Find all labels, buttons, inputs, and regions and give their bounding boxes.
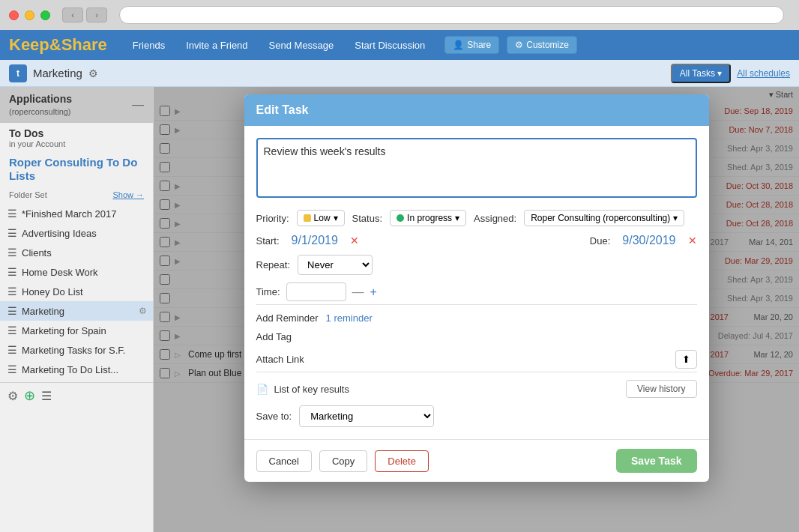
nav-links: Friends Invite a Friend Send Message Sta… xyxy=(122,30,435,60)
share-button[interactable]: 👤 Share xyxy=(444,36,499,54)
toolbar-left: t Marketing ⚙ xyxy=(9,64,671,82)
sidebar-item-clients[interactable]: ☰ Clients xyxy=(0,243,153,262)
nav-invite[interactable]: Invite a Friend xyxy=(175,30,258,60)
sidebar-item-marketing-for-spain[interactable]: ☰ Marketing for Spain xyxy=(0,321,153,340)
address-bar[interactable] xyxy=(119,6,784,24)
attach-link-label[interactable]: Attach Link xyxy=(256,354,304,365)
status-select[interactable]: In progress ▾ xyxy=(390,210,466,226)
sidebar-item-advertising-ideas[interactable]: ☰ Advertising Ideas xyxy=(0,223,153,243)
sidebar-item-marketing[interactable]: ☰ Marketing ⚙ xyxy=(0,301,153,321)
sidebar: Applications (roperconsulting) — To Dos … xyxy=(0,87,154,532)
sidebar-item-label: Marketing xyxy=(22,306,134,317)
sidebar-account-title: Roper Consulting To Do Lists xyxy=(9,156,144,183)
traffic-light-yellow[interactable] xyxy=(25,10,34,20)
add-reminder-label[interactable]: Add Reminder xyxy=(256,312,319,324)
all-schedules-link[interactable]: All schedules xyxy=(737,68,790,79)
nav-friends[interactable]: Friends xyxy=(122,30,175,60)
modal-footer: Cancel Copy Delete Save Task xyxy=(244,439,709,482)
sidebar-item-home-desk-work[interactable]: ☰ Home Desk Work xyxy=(0,262,153,282)
back-button[interactable]: ‹ xyxy=(62,7,83,22)
sidebar-item-gear-icon[interactable]: ⚙ xyxy=(139,306,147,316)
status-chevron-icon: ▾ xyxy=(455,213,459,223)
traffic-light-red[interactable] xyxy=(9,10,19,20)
browser-titlebar: ‹ › xyxy=(0,0,799,30)
start-date-clear-button[interactable]: ✕ xyxy=(350,235,359,247)
save-to-select[interactable]: Marketing xyxy=(299,405,434,427)
task-text-input[interactable]: Review this week's results xyxy=(256,138,697,198)
sidebar-item-marketing-to-do[interactable]: ☰ Marketing To Do List... xyxy=(0,360,153,379)
sidebar-item-marketing-tasks-sf[interactable]: ☰ Marketing Tasks for S.F. xyxy=(0,340,153,360)
sidebar-footer: ⚙ ⊕ ☰ xyxy=(0,382,153,408)
time-minus-button[interactable]: — xyxy=(352,285,364,299)
traffic-light-green[interactable] xyxy=(40,10,50,20)
view-history-button[interactable]: View history xyxy=(626,380,696,398)
start-date-value: 9/1/2019 xyxy=(292,234,338,247)
logo-ampersand: & xyxy=(49,35,61,54)
due-date-value: 9/30/2019 xyxy=(622,234,675,247)
sidebar-todos-title: To Dos xyxy=(9,127,144,139)
second-toolbar: t Marketing ⚙ All Tasks ▾ All schedules xyxy=(0,60,799,87)
copy-button[interactable]: Copy xyxy=(319,450,367,472)
assigned-value: Roper Consulting (roperconsulting) xyxy=(531,213,670,223)
time-input[interactable] xyxy=(286,282,346,301)
content-area: ▾ Start ▶ Due: Sep 18, 2019 ▶ Due: Nov 7… xyxy=(154,87,799,532)
time-row: Time: — + xyxy=(256,282,697,301)
customize-button[interactable]: ⚙ Customize xyxy=(507,36,577,54)
nav-start-discussion[interactable]: Start Discussion xyxy=(344,30,435,60)
priority-value: Low xyxy=(314,213,331,223)
repeat-label: Repeat: xyxy=(256,259,291,270)
modal-title: Edit Task xyxy=(256,103,309,117)
list-icon: ☰ xyxy=(7,208,17,220)
forward-button[interactable]: › xyxy=(86,7,107,22)
logo-keep: Keep xyxy=(9,35,49,54)
due-date-clear-button[interactable]: ✕ xyxy=(688,235,697,247)
save-to-row: Save to: Marketing xyxy=(256,405,697,427)
priority-label: Priority: xyxy=(256,213,289,224)
key-results-row: 📄 List of key results View history xyxy=(256,380,697,398)
all-tasks-button[interactable]: All Tasks ▾ xyxy=(671,64,731,83)
sidebar-item-label: Marketing Tasks for S.F. xyxy=(22,345,147,356)
list-icon: ☰ xyxy=(7,247,17,259)
cancel-button[interactable]: Cancel xyxy=(256,450,312,472)
top-nav: Keep&Share Friends Invite a Friend Send … xyxy=(0,30,799,60)
list-icon: ☰ xyxy=(7,344,17,356)
save-task-button[interactable]: Save Task xyxy=(616,449,696,473)
page-gear-icon[interactable]: ⚙ xyxy=(88,67,98,79)
nav-send-message[interactable]: Send Message xyxy=(259,30,345,60)
sidebar-item-label: Advertising Ideas xyxy=(22,228,147,239)
sidebar-folder-label: Folder Set xyxy=(9,190,47,199)
list-icon: ☰ xyxy=(7,324,17,336)
priority-select[interactable]: Low ▾ xyxy=(297,210,345,226)
due-label: Due: xyxy=(590,235,610,247)
attach-upload-button[interactable]: ⬆ xyxy=(675,350,697,369)
sidebar-show-link[interactable]: Show → xyxy=(112,190,144,199)
sidebar-app-title: Applications (roperconsulting) xyxy=(9,93,72,117)
date-row: Start: 9/1/2019 ✕ Due: 9/30/2019 ✕ xyxy=(256,234,697,247)
divider-2 xyxy=(256,372,697,372)
status-dot-icon xyxy=(397,214,404,222)
sidebar-account: Roper Consulting To Do Lists xyxy=(0,153,153,189)
assigned-select[interactable]: Roper Consulting (roperconsulting) ▾ xyxy=(524,210,684,226)
t-badge: t xyxy=(9,64,27,82)
delete-button[interactable]: Delete xyxy=(375,450,429,472)
add-tag-label[interactable]: Add Tag xyxy=(256,331,292,342)
modal-header: Edit Task xyxy=(244,94,709,126)
add-list-button[interactable]: ⊕ xyxy=(24,387,35,404)
settings-icon[interactable]: ⚙ xyxy=(7,389,18,403)
priority-chevron-icon: ▾ xyxy=(334,213,338,223)
reminder-row: Add Reminder 1 reminder xyxy=(256,312,697,324)
list-icon: ☰ xyxy=(7,266,17,278)
sidebar-minimize-icon[interactable]: — xyxy=(132,98,144,112)
list-icon: ☰ xyxy=(7,227,17,239)
list-icon: ☰ xyxy=(7,363,17,375)
assigned-chevron-icon: ▾ xyxy=(673,213,678,223)
sidebar-item-label: Honey Do List xyxy=(22,286,147,297)
time-plus-button[interactable]: + xyxy=(370,285,377,299)
repeat-select[interactable]: Never xyxy=(298,255,373,275)
reminder-count[interactable]: 1 reminder xyxy=(326,312,373,324)
sidebar-item-label: Marketing for Spain xyxy=(22,325,147,336)
customize-icon: ⚙ xyxy=(515,40,523,50)
sidebar-item-starred-march[interactable]: ☰ *Finished March 2017 xyxy=(0,204,153,223)
sidebar-item-honey-do-list[interactable]: ☰ Honey Do List xyxy=(0,282,153,301)
list-view-icon[interactable]: ☰ xyxy=(41,389,52,403)
